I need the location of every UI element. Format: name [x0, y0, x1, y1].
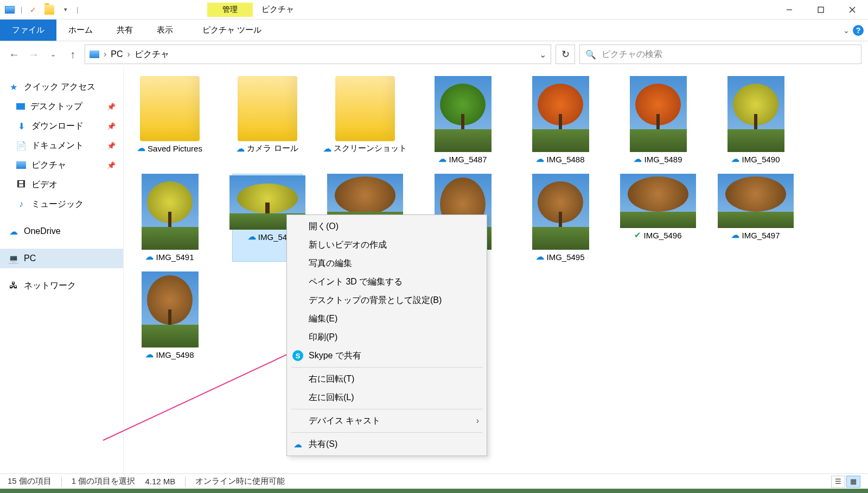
sidebar-label: デスクトップ	[30, 101, 82, 112]
sidebar-onedrive[interactable]: ☁OneDrive	[0, 222, 123, 241]
ctx-label: 印刷(P)	[309, 332, 337, 343]
refresh-button[interactable]: ↻	[556, 45, 575, 64]
breadcrumb-pictures[interactable]: ピクチャ	[135, 49, 169, 60]
skype-icon: S	[292, 350, 303, 361]
cloud-icon: ☁	[731, 230, 739, 240]
recent-dropdown[interactable]: ⌄	[46, 47, 61, 62]
sidebar-label: ピクチャ	[31, 160, 66, 171]
item-label: IMG_5488	[546, 155, 584, 164]
app-icon[interactable]	[2, 2, 17, 17]
submenu-arrow-icon: ›	[476, 416, 479, 426]
sidebar-label: ビデオ	[31, 179, 58, 191]
ctx-skype-share[interactable]: SSkype で共有	[287, 346, 487, 365]
image-5496[interactable]: ✔IMG_5496	[623, 174, 693, 262]
sidebar-videos[interactable]: 🎞ビデオ	[0, 175, 123, 194]
ctx-open[interactable]: 開く(O)	[287, 217, 487, 236]
folder-icon[interactable]	[42, 2, 57, 17]
sidebar-music[interactable]: ♪ミュージック	[0, 194, 123, 214]
sidebar-pc[interactable]: 💻PC	[0, 249, 123, 268]
cloud-icon: ☁	[731, 154, 739, 164]
search-placeholder: ピクチャの検索	[602, 49, 662, 60]
image-5487[interactable]: ☁IMG_5487	[427, 76, 498, 164]
status-item-count: 15 個の項目	[8, 476, 52, 486]
image-5488[interactable]: ☁IMG_5488	[525, 76, 596, 164]
maximize-button[interactable]	[805, 0, 837, 20]
image-5498[interactable]: ☁IMG_5498	[135, 271, 205, 359]
back-button[interactable]: ←	[7, 47, 22, 62]
view-thumbnails-button[interactable]: ▦	[846, 476, 860, 488]
search-box[interactable]: 🔍 ピクチャの検索	[579, 45, 861, 64]
tab-picture-tools[interactable]: ピクチャ ツール	[190, 20, 273, 41]
ctx-label: 新しいビデオの作成	[309, 239, 387, 251]
status-online: オンライン時に使用可能	[195, 476, 285, 486]
image-5497[interactable]: ☁IMG_5497	[720, 174, 791, 262]
window-controls	[774, 0, 868, 20]
tab-view[interactable]: 表示	[145, 20, 185, 41]
ctx-set-background[interactable]: デスクトップの背景として設定(B)	[287, 291, 487, 309]
image-5489[interactable]: ☁IMG_5489	[623, 76, 693, 164]
sidebar-quick-access[interactable]: ★クイック アクセス	[0, 77, 123, 97]
cloud-icon: ☁	[634, 154, 642, 164]
ctx-label: 右に回転(T)	[309, 374, 354, 385]
content-pane[interactable]: ☁Saved Pictures ☁カメラ ロール ☁スクリーンショット ☁IMG…	[124, 67, 868, 473]
sidebar-desktop[interactable]: デスクトップ📌	[0, 97, 123, 116]
ctx-label: 写真の編集	[309, 258, 352, 269]
ctx-separator	[291, 409, 482, 409]
cloud-icon: ☁	[137, 143, 145, 153]
ctx-edit-photo[interactable]: 写真の編集	[287, 254, 487, 273]
qat-divider-2: |	[74, 6, 80, 14]
item-label: IMG_5490	[742, 155, 780, 164]
ctx-rotate-right[interactable]: 右に回転(T)	[287, 370, 487, 388]
desktop-icon	[16, 103, 25, 110]
ctx-edit[interactable]: 編集(E)	[287, 309, 487, 328]
tab-home[interactable]: ホーム	[56, 20, 105, 41]
quick-access-toolbar: | ✓ ▾ |	[0, 2, 82, 17]
item-label: IMG_5498	[156, 350, 194, 359]
item-label: IMG_5487	[449, 155, 487, 164]
item-label: IMG_54	[258, 232, 287, 242]
folder-screenshots[interactable]: ☁スクリーンショット	[330, 76, 400, 164]
cloud-icon: ☁	[536, 252, 544, 262]
image-5495[interactable]: ☁IMG_5495	[525, 174, 596, 262]
tab-file[interactable]: ファイル	[0, 20, 56, 41]
qat-dropdown[interactable]: ▾	[58, 2, 73, 17]
sidebar-documents[interactable]: 📄ドキュメント📌	[0, 136, 123, 155]
check-icon: ✔	[634, 230, 641, 240]
sidebar-network[interactable]: 🖧ネットワーク	[0, 276, 123, 295]
status-size: 4.12 MB	[145, 477, 175, 486]
sidebar-label: ネットワーク	[24, 280, 76, 292]
sidebar-label: OneDrive	[24, 226, 61, 236]
ctx-new-video[interactable]: 新しいビデオの作成	[287, 236, 487, 254]
ctx-paint-3d[interactable]: ペイント 3D で編集する	[287, 273, 487, 291]
ribbon-expand-button[interactable]: ⌄	[843, 26, 850, 35]
breadcrumb-pc[interactable]: PC	[111, 49, 123, 59]
cloud-icon: ☁	[145, 350, 154, 359]
ctx-print[interactable]: 印刷(P)	[287, 328, 487, 346]
status-divider	[61, 477, 62, 486]
pictures-icon	[16, 161, 26, 169]
tab-share[interactable]: 共有	[105, 20, 145, 41]
properties-icon[interactable]: ✓	[25, 2, 41, 17]
close-button[interactable]	[837, 0, 868, 20]
up-button[interactable]: ↑	[65, 47, 80, 62]
forward-button[interactable]: →	[26, 47, 41, 62]
minimize-button[interactable]	[774, 0, 805, 20]
view-details-button[interactable]: ☰	[831, 476, 845, 488]
cloud-icon: ☁	[292, 439, 303, 450]
status-selected: 1 個の項目を選択	[72, 476, 136, 486]
address-dropdown[interactable]: ⌄	[539, 49, 546, 60]
address-bar[interactable]: › PC › ピクチャ ⌄	[85, 45, 551, 64]
image-5490[interactable]: ☁IMG_5490	[720, 76, 791, 164]
image-5491[interactable]: ☁IMG_5491	[135, 174, 205, 262]
ctx-rotate-left[interactable]: 左に回転(L)	[287, 388, 487, 407]
ctx-device-cast[interactable]: デバイス キャスト›	[287, 412, 487, 430]
sidebar-downloads[interactable]: ⬇ダウンロード📌	[0, 116, 123, 136]
sidebar-label: クイック アクセス	[24, 81, 95, 93]
breadcrumb-sep-1: ›	[127, 49, 130, 59]
pin-icon: 📌	[107, 122, 116, 130]
help-icon[interactable]: ?	[853, 25, 864, 36]
sidebar-pictures[interactable]: ピクチャ📌	[0, 155, 123, 175]
folder-camera-roll[interactable]: ☁カメラ ロール	[232, 76, 303, 164]
folder-saved-pictures[interactable]: ☁Saved Pictures	[135, 76, 205, 164]
ctx-share[interactable]: ☁共有(S)	[287, 435, 487, 453]
